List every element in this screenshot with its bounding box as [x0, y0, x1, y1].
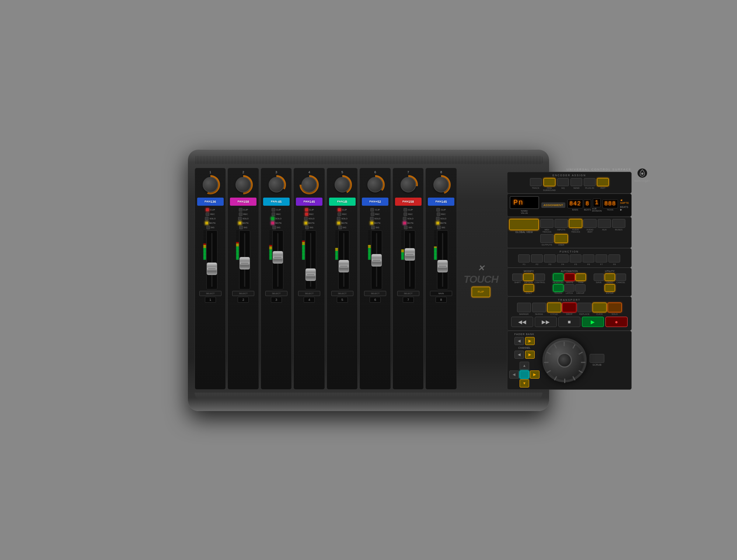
record-btn[interactable]: ● [605, 317, 628, 327]
ch6-encoder[interactable] [367, 177, 383, 192]
track-btn[interactable] [530, 178, 542, 186]
ch4-mute[interactable] [304, 221, 308, 225]
dpad-up-btn[interactable]: ▲ [520, 362, 529, 370]
ch3-solo[interactable] [271, 217, 275, 220]
dpad-center-btn[interactable] [520, 371, 529, 379]
write-btn[interactable] [565, 274, 575, 281]
ch7-select[interactable]: SELECT [397, 291, 419, 296]
cycle-btn[interactable] [547, 303, 561, 312]
ch2-select[interactable]: SELECT [232, 291, 254, 296]
undo-btn[interactable] [605, 274, 615, 281]
ch8-solo[interactable] [436, 217, 440, 220]
aux-btn[interactable] [598, 219, 611, 228]
save-btn[interactable] [594, 274, 604, 281]
ch4-encoder[interactable] [301, 177, 317, 192]
shift-btn[interactable] [512, 274, 523, 281]
ch8-rec[interactable] [437, 212, 440, 216]
ch2-display[interactable]: PAN 158 [230, 198, 256, 206]
ch7-display[interactable]: PAN 158 [395, 198, 422, 206]
ch6-display[interactable]: PAN +52 [362, 198, 388, 206]
inst-btn[interactable] [597, 178, 609, 186]
ch2-encoder[interactable] [235, 177, 251, 192]
ch4-solo[interactable] [304, 217, 308, 220]
bank-next-btn[interactable]: ▶ [525, 337, 535, 345]
audio-tracks-btn[interactable] [569, 219, 582, 228]
ch2-mute[interactable] [238, 221, 242, 225]
ch7-encoder[interactable] [401, 177, 416, 192]
eq-btn[interactable] [557, 178, 569, 186]
trim-btn[interactable] [576, 274, 586, 281]
outputs-btn[interactable] [540, 234, 553, 243]
stop-btn[interactable]: ■ [558, 317, 580, 327]
ch6-mute[interactable] [370, 221, 374, 225]
ch8-display[interactable]: PAN 145 [428, 198, 454, 206]
ch5-solo[interactable] [337, 217, 340, 220]
audio-inst-btn[interactable] [583, 219, 597, 228]
midi-tracks-btn[interactable] [540, 219, 553, 228]
control-btn[interactable] [535, 274, 545, 281]
ch7-fader[interactable] [405, 248, 415, 261]
ch5-display[interactable]: PAN 1B [329, 198, 356, 206]
ch7-mute[interactable] [403, 221, 406, 225]
user-btn[interactable] [555, 234, 568, 243]
scrub-btn[interactable] [590, 354, 604, 363]
click-btn[interactable] [593, 303, 607, 312]
ch6-fader[interactable] [371, 254, 382, 267]
replace-btn[interactable] [577, 303, 591, 312]
ch6-select[interactable]: SELECT [364, 291, 386, 296]
dpad-right-btn[interactable]: ▶ [530, 371, 539, 379]
ch1-encoder[interactable] [203, 177, 218, 192]
ch8-mute[interactable] [436, 221, 440, 225]
f8-btn[interactable] [608, 254, 620, 262]
buses-btn[interactable] [612, 219, 625, 228]
fastfwd-btn[interactable]: ▶▶ [535, 317, 557, 327]
ch7-rec[interactable] [404, 212, 407, 216]
readoff-btn[interactable] [553, 274, 563, 281]
ch5-rec[interactable] [338, 212, 341, 216]
jog-wheel[interactable] [542, 338, 587, 382]
cancel-btn[interactable] [616, 274, 626, 281]
ch1-solo[interactable] [205, 217, 209, 220]
ch3-select[interactable]: SELECT [265, 291, 287, 296]
ch5-fader[interactable] [339, 260, 349, 272]
ch2-rec[interactable] [239, 212, 242, 216]
marker-btn[interactable] [517, 303, 531, 312]
ch3-rec[interactable] [272, 212, 275, 216]
ch4-fader[interactable] [305, 268, 316, 281]
ch3-display[interactable]: PAN -45 [263, 198, 290, 206]
ch3-encoder[interactable] [269, 177, 284, 192]
enter-btn[interactable] [605, 284, 615, 292]
play-btn[interactable]: ▶ [582, 317, 604, 327]
ch4-select[interactable]: SELECT [298, 291, 320, 296]
f6-btn[interactable] [583, 254, 594, 262]
rewind-btn[interactable]: ◀◀ [511, 317, 533, 327]
f5-btn[interactable] [570, 254, 581, 262]
ch4-display[interactable]: PAN 145 [296, 198, 322, 206]
ch2-fader[interactable] [240, 257, 250, 269]
ch1-rec[interactable] [206, 212, 209, 216]
ch1-fader[interactable] [207, 262, 217, 275]
drop-btn[interactable] [562, 303, 576, 312]
f1-btn[interactable] [518, 254, 530, 262]
latch-btn[interactable] [564, 284, 574, 292]
ch5-encoder[interactable] [335, 177, 350, 192]
dpad-down-btn[interactable]: ▼ [520, 379, 529, 387]
ch6-solo[interactable] [370, 217, 374, 220]
group-btn[interactable] [575, 284, 586, 292]
channel-prev-btn[interactable]: ◀ [514, 351, 524, 359]
inputs-btn[interactable] [555, 219, 568, 228]
f3-btn[interactable] [544, 254, 556, 262]
ch4-rec[interactable] [305, 212, 308, 216]
bank-prev-btn[interactable]: ◀ [514, 337, 524, 345]
ch2-solo[interactable] [238, 217, 242, 220]
nudge-btn[interactable] [532, 303, 546, 312]
pan-surround-btn[interactable] [544, 178, 555, 186]
ch8-fader[interactable] [437, 260, 448, 272]
ch1-mute[interactable] [205, 221, 209, 225]
solo-btn[interactable] [608, 303, 622, 312]
ch1-display[interactable]: PAN 136 [197, 198, 224, 206]
option-btn[interactable] [523, 274, 534, 281]
ch6-rec[interactable] [371, 212, 374, 216]
ch1-select[interactable]: SELECT [199, 291, 221, 296]
ch3-fader[interactable] [273, 251, 283, 264]
